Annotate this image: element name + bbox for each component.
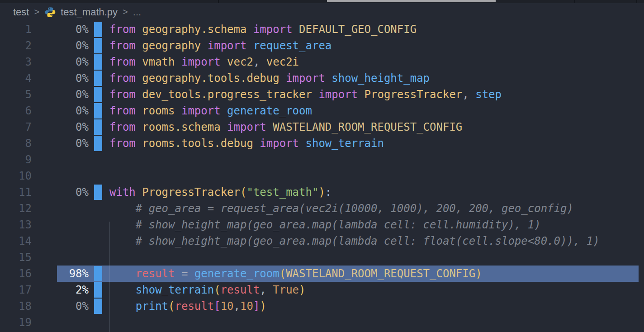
coverage-percentage: 0% bbox=[32, 184, 89, 200]
breadcrumb-folder[interactable]: test bbox=[13, 6, 29, 18]
chevron-right-icon: > bbox=[34, 7, 39, 17]
line-number[interactable]: 7 bbox=[0, 119, 32, 135]
code-line[interactable]: 9 bbox=[0, 152, 644, 168]
code-line-text: from dev_tools.progress_tracker import P… bbox=[109, 86, 502, 103]
breadcrumb-symbol-ellipsis[interactable]: ... bbox=[133, 6, 141, 18]
code-line-text: # geo_area = request_area(vec2i(10000, 1… bbox=[109, 200, 573, 217]
code-line-text: result = generate_room(WASTELAND_ROOM_RE… bbox=[109, 266, 482, 282]
line-number[interactable]: 17 bbox=[0, 282, 32, 298]
coverage-block bbox=[94, 38, 102, 53]
coverage-percentage: 0% bbox=[32, 103, 89, 119]
code-line[interactable]: 80%from rooms.tools.debug import show_te… bbox=[0, 135, 644, 152]
code-line-text: from geography.schema import DEFAULT_GEO… bbox=[109, 21, 417, 38]
code-line[interactable]: 30%from vmath import vec2, vec2i bbox=[0, 54, 644, 70]
coverage-block bbox=[94, 136, 102, 151]
coverage-block bbox=[94, 87, 102, 102]
line-number[interactable]: 3 bbox=[0, 54, 32, 70]
coverage-percentage: 0% bbox=[32, 135, 89, 152]
code-line-text: print(result[10,10]) bbox=[109, 298, 266, 314]
coverage-block bbox=[94, 103, 102, 119]
code-line-highlighted[interactable]: 1698% result = generate_room(WASTELAND_R… bbox=[0, 266, 644, 282]
line-number[interactable]: 8 bbox=[0, 135, 32, 152]
coverage-percentage: 98% bbox=[32, 266, 89, 282]
code-line[interactable]: 10 bbox=[0, 168, 644, 184]
coverage-block bbox=[94, 119, 102, 135]
coverage-percentage: 0% bbox=[32, 119, 89, 135]
code-line[interactable]: 110%with ProgressTracker("test_math"): bbox=[0, 184, 644, 200]
line-number[interactable]: 9 bbox=[0, 152, 32, 168]
tabbar-scrollbar-thumb[interactable] bbox=[327, 0, 496, 2]
coverage-percentage: 0% bbox=[32, 298, 89, 314]
line-number[interactable]: 5 bbox=[0, 86, 32, 103]
code-line-text: # show_height_map(geo_area.map(lambda ce… bbox=[109, 217, 541, 233]
line-number[interactable]: 4 bbox=[0, 70, 32, 86]
line-number[interactable]: 12 bbox=[0, 200, 32, 217]
code-line-text: with ProgressTracker("test_math"): bbox=[109, 184, 331, 200]
code-line[interactable]: 70%from rooms.schema import WASTELAND_RO… bbox=[0, 119, 644, 135]
coverage-percentage: 2% bbox=[32, 282, 89, 298]
coverage-percentage: 0% bbox=[32, 86, 89, 103]
line-number[interactable]: 18 bbox=[0, 298, 32, 314]
coverage-percentage: 0% bbox=[32, 38, 89, 54]
code-line[interactable]: 13 # show_height_map(geo_area.map(lambda… bbox=[0, 217, 644, 233]
chevron-right-icon: > bbox=[123, 7, 128, 17]
tab-divider bbox=[574, 0, 575, 3]
code-line[interactable]: 10%from geography.schema import DEFAULT_… bbox=[0, 21, 644, 38]
tab-divider bbox=[218, 0, 219, 3]
line-number[interactable]: 2 bbox=[0, 38, 32, 54]
code-editor[interactable]: 10%from geography.schema import DEFAULT_… bbox=[0, 21, 644, 331]
code-line[interactable]: 40%from geography.tools.debug import sho… bbox=[0, 70, 644, 86]
coverage-block bbox=[94, 22, 102, 37]
code-line-text: from rooms.tools.debug import show_terra… bbox=[109, 135, 384, 152]
code-line-text: show_terrain(result, True) bbox=[109, 282, 306, 298]
code-line-text: from geography import request_area bbox=[109, 38, 331, 54]
coverage-block bbox=[94, 185, 102, 200]
line-number[interactable]: 11 bbox=[0, 184, 32, 200]
code-line-text: from rooms import generate_room bbox=[109, 103, 312, 119]
code-line[interactable]: 15 bbox=[0, 249, 644, 266]
code-line-text: from geography.tools.debug import show_h… bbox=[109, 70, 430, 86]
breadcrumb-file[interactable]: test_math.py bbox=[61, 6, 118, 18]
code-line[interactable]: 14 # show_height_map(geo_area.map(lambda… bbox=[0, 233, 644, 249]
coverage-percentage: 0% bbox=[32, 70, 89, 86]
breadcrumb: test > test_math.py > ... bbox=[0, 3, 644, 21]
coverage-percentage: 0% bbox=[32, 21, 89, 38]
coverage-percentage: 0% bbox=[32, 54, 89, 70]
coverage-block bbox=[94, 54, 102, 70]
tab-divider bbox=[636, 0, 637, 3]
line-number[interactable]: 6 bbox=[0, 103, 32, 119]
code-line[interactable]: 60%from rooms import generate_room bbox=[0, 103, 644, 119]
line-number[interactable]: 15 bbox=[0, 249, 32, 266]
coverage-block bbox=[94, 266, 102, 281]
tab-bar bbox=[0, 0, 644, 3]
coverage-block bbox=[94, 299, 102, 314]
code-line[interactable]: 20%from geography import request_area bbox=[0, 38, 644, 54]
line-number[interactable]: 16 bbox=[0, 266, 32, 282]
code-line-text: from rooms.schema import WASTELAND_ROOM_… bbox=[109, 119, 462, 135]
code-line[interactable]: 180% print(result[10,10]) bbox=[0, 298, 644, 314]
editor-window: test > test_math.py > ... 10%from geogra… bbox=[0, 0, 644, 332]
line-number[interactable]: 14 bbox=[0, 233, 32, 249]
line-number[interactable]: 19 bbox=[0, 314, 32, 331]
python-icon bbox=[44, 6, 56, 18]
line-number[interactable]: 10 bbox=[0, 168, 32, 184]
code-line-text: # show_height_map(geo_area.map(lambda ce… bbox=[109, 233, 600, 249]
line-number[interactable]: 1 bbox=[0, 21, 32, 38]
code-line[interactable]: 172% show_terrain(result, True) bbox=[0, 282, 644, 298]
code-line[interactable]: 19 bbox=[0, 314, 644, 331]
code-line-text: from vmath import vec2, vec2i bbox=[109, 54, 299, 70]
coverage-block bbox=[94, 282, 102, 298]
code-line[interactable]: 50%from dev_tools.progress_tracker impor… bbox=[0, 86, 644, 103]
code-line[interactable]: 12 # geo_area = request_area(vec2i(10000… bbox=[0, 200, 644, 217]
coverage-block bbox=[94, 71, 102, 86]
line-number[interactable]: 13 bbox=[0, 217, 32, 233]
